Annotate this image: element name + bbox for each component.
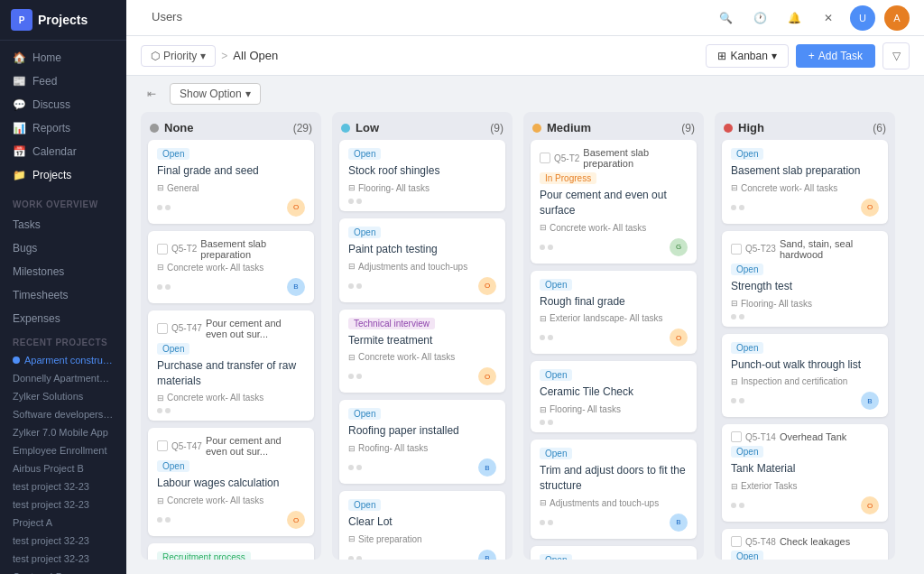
- kanban-button[interactable]: ⊞ Kanban ▾: [706, 44, 788, 68]
- card-avatar: B: [287, 278, 305, 296]
- card-title: Labour wages calculation: [157, 476, 305, 491]
- collapse-button[interactable]: ⇤: [141, 83, 162, 105]
- show-option-button[interactable]: Show Option ▾: [170, 83, 261, 105]
- close-icon-btn[interactable]: ✕: [816, 5, 841, 31]
- sidebar-project-item[interactable]: Aparment constructio: [0, 351, 126, 369]
- sidebar-item-projects[interactable]: 📁 Projects: [0, 163, 126, 187]
- card-meta-text: Flooring- All tasks: [358, 183, 430, 193]
- card-dots: [348, 199, 362, 204]
- card-footer: O: [540, 329, 688, 347]
- sidebar-project-item[interactable]: Software developers re: [0, 405, 126, 423]
- card-checkbox[interactable]: [731, 536, 742, 547]
- dot2: [548, 245, 553, 250]
- task-card[interactable]: Q5-T14 Overhead Tank OpenTank Material ⊟…: [722, 424, 888, 522]
- card-dots: [157, 408, 171, 413]
- task-card[interactable]: Q5-T2 Basement slab preparation In Progr…: [531, 140, 697, 264]
- sidebar-item-feed[interactable]: 📰 Feed: [0, 69, 126, 93]
- card-dots: [157, 284, 171, 290]
- card-footer: O: [157, 199, 305, 217]
- sidebar-project-item[interactable]: Century LB: [0, 568, 126, 574]
- card-checkbox[interactable]: [157, 323, 168, 334]
- task-card[interactable]: Q5-T47 Pour cement and even out sur... O…: [148, 428, 314, 536]
- card-status-badge: Recruitment process: [157, 551, 251, 560]
- sidebar-item-reports[interactable]: 📊 Reports: [0, 116, 126, 140]
- sidebar-project-item[interactable]: test project 32-23: [0, 477, 126, 495]
- dot1: [348, 199, 354, 204]
- sidebar-item-tasks[interactable]: Tasks: [0, 213, 126, 236]
- card-checkbox[interactable]: [731, 244, 742, 255]
- card-title: Rough final grade: [540, 294, 688, 310]
- sidebar-project-item[interactable]: test project 32-23: [0, 495, 126, 514]
- task-card[interactable]: OpenRoofing paper installed ⊟ Roofing- A…: [339, 400, 505, 484]
- task-card[interactable]: OpenBasement slab preparation ⊟ Concrete…: [722, 140, 888, 224]
- sidebar-item-bugs[interactable]: Bugs: [0, 236, 126, 260]
- sidebar-item-label: Feed: [32, 75, 57, 88]
- dot2: [356, 283, 362, 289]
- breadcrumb-label: All Open: [233, 49, 278, 62]
- priority-button[interactable]: ⬡ Priority ▾: [141, 45, 216, 67]
- card-checkbox[interactable]: [157, 440, 168, 451]
- user-avatar2[interactable]: A: [884, 5, 910, 31]
- task-card[interactable]: OpenPunch-out walk through list ⊟ Inspec…: [722, 334, 888, 418]
- sidebar-item-calendar[interactable]: 📅 Calendar: [0, 140, 126, 163]
- card-meta: ⊟ Flooring- All tasks: [348, 183, 496, 193]
- task-card[interactable]: Recruitment processHardware import ⊟ Har…: [148, 543, 314, 560]
- sidebar-item-home[interactable]: 🏠 Home: [0, 46, 126, 69]
- task-card[interactable]: Technical interviewTermite treatment ⊟ C…: [339, 310, 505, 393]
- calendar-icon: 📅: [13, 145, 25, 158]
- meta-icon: ⊟: [348, 262, 356, 271]
- sidebar-project-item[interactable]: Airbus Project B: [0, 459, 126, 477]
- task-card[interactable]: OpenClear Lot ⊟ Site preparation B: [339, 491, 505, 560]
- add-task-button[interactable]: + Add Task: [796, 44, 875, 68]
- task-card[interactable]: Q5-T48 Check leakages OpenForce test ⊟ E…: [722, 529, 888, 560]
- sidebar-item-expenses[interactable]: Expenses: [0, 307, 126, 330]
- timesheets-label: Timesheets: [13, 289, 69, 301]
- card-meta: ⊟ Exterior Tasks: [731, 481, 879, 491]
- card-footer: O: [731, 496, 879, 514]
- card-checkbox[interactable]: [540, 153, 550, 163]
- filter-button[interactable]: ▽: [882, 42, 910, 69]
- task-card[interactable]: Q5-T2 Basement slab preparation ⊟ Concre…: [148, 231, 314, 303]
- card-footer: G: [540, 238, 688, 256]
- task-card[interactable]: Q5-T47 Pour cement and even out sur... O…: [148, 310, 314, 421]
- dot1: [157, 205, 162, 210]
- task-card[interactable]: OpenFinal grade and seed ⊟ General O: [148, 140, 314, 224]
- card-checkbox[interactable]: [731, 431, 742, 442]
- user-avatar[interactable]: U: [850, 5, 875, 31]
- sidebar-project-item[interactable]: Donnelly Apartments C: [0, 369, 126, 387]
- meta-icon: ⊟: [731, 299, 738, 308]
- sidebar-project-item[interactable]: Employee Enrollment: [0, 441, 126, 459]
- task-card[interactable]: OpenCeramic Tile Check ⊟ Flooring- All t…: [531, 361, 697, 432]
- card-dots: [731, 205, 744, 210]
- sidebar-item-discuss[interactable]: 💬 Discuss: [0, 93, 126, 116]
- card-dots: [731, 398, 744, 403]
- sidebar-item-timesheets[interactable]: Timesheets: [0, 283, 126, 307]
- card-status-badge: Open: [731, 342, 763, 354]
- sidebar-item-label: Calendar: [32, 145, 77, 158]
- sidebar-project-item[interactable]: Zylker Solutions: [0, 387, 126, 405]
- dot2: [548, 420, 553, 425]
- task-card[interactable]: Q5-T23 Sand, stain, seal hardwood OpenSt…: [722, 231, 888, 327]
- card-title: Basement slab preparation: [731, 163, 879, 179]
- sidebar-item-milestones[interactable]: Milestones: [0, 260, 126, 283]
- task-card[interactable]: OpenSand, stain, seal hardwood ⊟ Floorin…: [531, 546, 697, 560]
- sidebar-project-item[interactable]: test project 32-23: [0, 532, 126, 550]
- top-navigation: DashboardTasksMilestonesDocumentsForumsU…: [126, 0, 924, 36]
- card-avatar: O: [670, 329, 688, 347]
- card-checkbox[interactable]: [157, 244, 168, 255]
- search-icon-btn[interactable]: 🔍: [713, 5, 738, 31]
- kanban-label: Kanban: [730, 50, 767, 62]
- task-card[interactable]: OpenTrim and adjust doors to fit the str…: [531, 440, 697, 539]
- task-card[interactable]: OpenRough final grade ⊟ Exterior landsca…: [531, 271, 697, 355]
- sidebar-item-label: Projects: [32, 169, 71, 181]
- sidebar-project-item[interactable]: Project A: [0, 514, 126, 532]
- task-card[interactable]: OpenStock roof shingles ⊟ Flooring- All …: [339, 140, 505, 211]
- sidebar-logo[interactable]: P Projects: [0, 0, 126, 41]
- clock-icon-btn[interactable]: 🕐: [747, 5, 772, 31]
- sidebar-project-item[interactable]: Zylker 7.0 Mobile App: [0, 423, 126, 441]
- topnav-item-users[interactable]: Users: [141, 0, 246, 36]
- card-avatar: B: [478, 458, 496, 477]
- bell-icon-btn[interactable]: 🔔: [781, 5, 807, 31]
- sidebar-project-item[interactable]: test project 32-23: [0, 550, 126, 568]
- task-card[interactable]: OpenPaint patch testing ⊟ Adjustments an…: [339, 218, 505, 302]
